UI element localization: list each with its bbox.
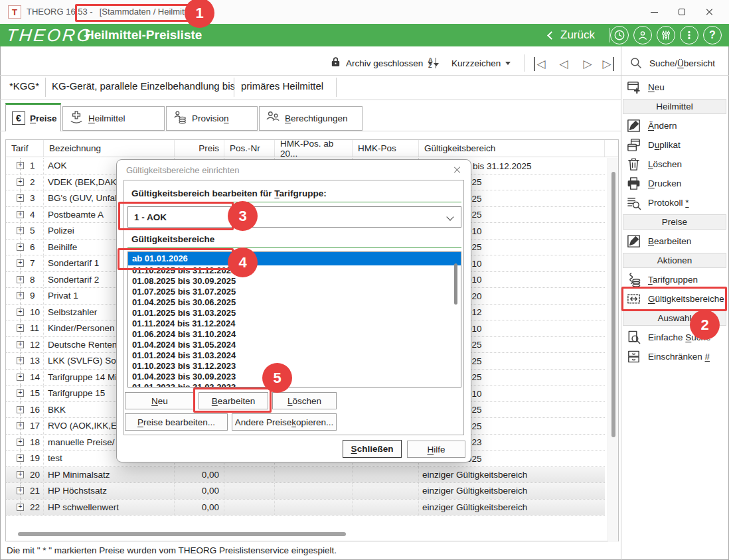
tab-berechtigungen[interactable]: Berechtigungen: [259, 106, 363, 131]
column-header-preis[interactable]: Preis: [175, 140, 224, 157]
column-header-bezeichnung[interactable]: Bezeichnung: [44, 140, 175, 157]
sidebar-item-aendern[interactable]: Ändern: [621, 116, 728, 135]
expand-icon[interactable]: [17, 194, 24, 202]
column-header-gueltigkeitsbereich[interactable]: Gültigkeitsbereich: [419, 140, 605, 157]
dialog-close-button[interactable]: [453, 166, 461, 174]
expand-icon[interactable]: [17, 357, 24, 364]
column-header-hmk[interactable]: HMK-Pos: [353, 140, 419, 157]
sidebar-item-duplikat[interactable]: Duplikat: [621, 135, 728, 155]
vertical-scrollbar[interactable]: [608, 158, 618, 542]
expand-icon[interactable]: [17, 471, 24, 478]
filter-category[interactable]: primäres Heilmittel: [241, 80, 323, 92]
dialog-loeschen-button[interactable]: Löschen: [272, 392, 337, 409]
back-button[interactable]: Zurück: [548, 27, 595, 44]
listbox-scrollbar[interactable]: [454, 263, 457, 305]
validity-list-item[interactable]: 01.10.2023 bis 31.12.2023: [128, 361, 461, 372]
minimize-button[interactable]: [640, 0, 668, 24]
filter-code[interactable]: *KGG*: [9, 80, 39, 92]
validity-list-item[interactable]: 01.01.2024 bis 31.03.2024: [128, 350, 461, 361]
expand-icon[interactable]: [17, 504, 24, 511]
expand-icon[interactable]: [17, 178, 24, 186]
next-record-button[interactable]: ▷: [579, 56, 596, 72]
app-header: THEORG Heilmittel-Preisliste Zurück: [0, 24, 729, 46]
row-tarif: 8: [26, 275, 43, 285]
tab-heilmittel[interactable]: Heilmittel: [62, 106, 165, 131]
provision-icon: [173, 110, 187, 127]
dialog-andere-preise-kopieren-button[interactable]: Andere Preise kopieren...: [232, 413, 337, 431]
dialog-hilfe-button[interactable]: Hilfe: [407, 441, 465, 458]
validity-list-item[interactable]: 01.04.2024 bis 31.05.2024: [128, 340, 461, 350]
validity-list-item[interactable]: 01.01.2025 bis 31.03.2025: [128, 308, 461, 318]
table-row[interactable]: 20 HP Minimalsatz 0,00 einziger Gültigke…: [6, 467, 605, 484]
column-header-tarif[interactable]: Tarif: [6, 140, 44, 157]
sidebar-item-loeschen[interactable]: Löschen: [621, 155, 728, 174]
column-header-hmk-ab[interactable]: HMK-Pos. ab 20...: [275, 140, 353, 157]
more-options-button[interactable]: [680, 26, 698, 44]
validity-list-item[interactable]: 01.11.2024 bis 31.12.2024: [128, 318, 461, 329]
sidebar-item-bearbeiten[interactable]: Bearbeiten: [621, 232, 728, 251]
expand-icon[interactable]: [17, 309, 24, 316]
dialog-preise-bearbeiten-button[interactable]: Preise bearbeiten...: [125, 413, 228, 431]
expand-icon[interactable]: [17, 406, 24, 413]
user-button[interactable]: [633, 26, 652, 44]
sidebar-item-neu[interactable]: Neu: [621, 78, 728, 97]
scrollbar-thumb[interactable]: [611, 172, 615, 437]
kurzzeichen-dropdown[interactable]: Kurzzeichen: [451, 55, 511, 71]
tab-provision[interactable]: Provision: [166, 106, 258, 131]
sidebar-item-protokoll[interactable]: Protokoll *: [621, 193, 728, 212]
filter-description[interactable]: KG-Gerät, parallele Einzelbehandlung bis: [52, 80, 235, 92]
column-header-posnr[interactable]: Pos.-Nr: [224, 140, 275, 157]
euro-icon: [12, 111, 25, 125]
row-posnr: [224, 467, 275, 483]
row-hmk-ab: [275, 467, 353, 483]
table-row[interactable]: 22 HP schwellenwert 0,00 einziger Gültig…: [6, 500, 605, 516]
archiv-dropdown[interactable]: Archiv geschlossen: [330, 55, 433, 71]
close-button[interactable]: [696, 0, 724, 24]
first-record-button[interactable]: ◁: [531, 56, 548, 72]
expand-icon[interactable]: [17, 162, 24, 169]
expand-icon[interactable]: [17, 292, 24, 299]
annotation-box-3: [118, 202, 234, 230]
expand-icon[interactable]: [17, 455, 24, 462]
expand-icon[interactable]: [17, 389, 24, 397]
row-tarif: 7: [26, 258, 43, 268]
expand-icon[interactable]: [17, 276, 24, 283]
expand-icon[interactable]: [17, 244, 24, 251]
expand-icon[interactable]: [17, 227, 24, 234]
expand-icon[interactable]: [17, 341, 24, 348]
expand-icon[interactable]: [17, 422, 24, 429]
dialog-neu-button[interactable]: Neu: [125, 392, 195, 409]
row-tarif: 14: [26, 372, 43, 382]
pencil-icon: [625, 117, 643, 135]
sidebar-item-einschraenken[interactable]: Einschränken #: [621, 347, 728, 366]
history-button[interactable]: [610, 26, 629, 44]
table-row[interactable]: 21 HP Höchstsatz 0,00 einziger Gültigkei…: [6, 483, 605, 500]
help-button[interactable]: [703, 26, 722, 44]
expand-icon[interactable]: [17, 259, 24, 267]
last-record-button[interactable]: ▷: [600, 56, 617, 72]
maximize-button[interactable]: [668, 0, 696, 24]
validity-list-item[interactable]: 01.04.2023 bis 30.09.2023: [128, 372, 461, 382]
horizontal-scrollbar[interactable]: [18, 532, 346, 536]
validity-list-item[interactable]: 01.04.2025 bis 30.06.2025: [128, 297, 461, 308]
validity-list-item[interactable]: 01.01.2023 bis 31.03.2023: [128, 382, 461, 387]
expand-icon[interactable]: [17, 439, 24, 446]
tab-preise[interactable]: Preise: [5, 103, 61, 131]
expand-icon[interactable]: [17, 324, 24, 332]
validity-list-item[interactable]: 01.08.2025 bis 30.09.2025: [128, 276, 461, 287]
expand-icon[interactable]: [17, 211, 24, 218]
settings-sliders-button[interactable]: [657, 26, 675, 44]
sidebar-item-label: Duplikat: [648, 140, 681, 150]
expand-icon[interactable]: [17, 487, 24, 494]
validity-list-item[interactable]: 01.06.2024 bis 31.10.2024: [128, 329, 461, 340]
previous-record-button[interactable]: ◁: [555, 56, 572, 72]
expand-icon[interactable]: [17, 374, 24, 381]
validity-list-item[interactable]: 01.07.2025 bis 31.07.2025: [128, 287, 461, 297]
validity-listbox[interactable]: ab 01.01.202601.10.2025 bis 31.12.202501…: [127, 251, 461, 387]
table-header: Tarif Bezeichnung Preis Pos.-Nr HMK-Pos.…: [6, 140, 618, 157]
maximize-icon: [679, 9, 685, 15]
sidebar-item-suche-uebersicht[interactable]: Suche/Übersicht: [629, 56, 715, 70]
sidebar-item-drucken[interactable]: Drucken: [621, 174, 728, 193]
printer-icon: [625, 175, 643, 192]
dialog-schliessen-button[interactable]: Schließen: [343, 440, 402, 458]
